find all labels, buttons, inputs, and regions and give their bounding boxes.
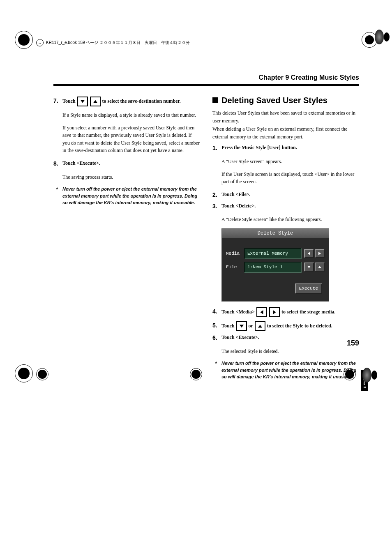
square-bullet-icon (212, 97, 218, 103)
delete-style-screenshot: Delete Style Media External Memory File … (221, 228, 329, 302)
step6-p1: The selected Style is deleted. (221, 348, 359, 355)
step8-lead: Touch <Execute>. (62, 160, 100, 166)
media-prev-button[interactable] (304, 249, 314, 258)
section-heading: Deleting Saved User Styles (212, 94, 359, 107)
step5-lead-a: Touch (221, 323, 236, 329)
chapter-rule (53, 84, 359, 86)
right-column: Deleting Saved User Styles This deletes … (212, 94, 359, 380)
step-4: 4. Touch <Media> to select the strage me… (212, 307, 359, 317)
step5-lead-b: to select the Style to be deleted. (267, 323, 332, 329)
step-5: 5. Touch or to select the Style to be de… (212, 321, 359, 331)
warning-text-right: Never turn off the power or eject the ex… (221, 360, 359, 380)
step2-lead: Touch <File>. (221, 191, 251, 197)
up-arrow-icon (255, 321, 265, 331)
file-field[interactable]: 1:New Style 1 (244, 262, 302, 273)
file-up-button[interactable] (315, 263, 325, 272)
step-6: 6. Touch <Execute>. (212, 334, 359, 343)
step7-p1: If a Style name is displayed, a style is… (62, 111, 200, 119)
step-number: 3. (212, 202, 221, 211)
step-number: 2. (212, 191, 221, 200)
step3-p1: A "Delete Style screen" like the followi… (221, 216, 359, 223)
step-number: 1. (212, 144, 221, 153)
step-3: 3. Touch <Delete>. (212, 202, 359, 211)
down-arrow-icon (236, 321, 247, 331)
step-number: 8. (53, 159, 62, 168)
step7-lead-b: to select the save-destination number. (102, 98, 181, 104)
step-number: 5. (212, 321, 221, 331)
step-1: 1. Press the Music Style [User] button. (212, 144, 359, 153)
step3-lead: Touch <Delete>. (221, 203, 256, 209)
page-number: 159 (347, 339, 359, 348)
step-number: 7. (53, 97, 62, 106)
left-arrow-icon (256, 307, 267, 317)
intro2: When deleting a User Style on an externa… (212, 125, 359, 140)
asterisk-mark: * (56, 186, 62, 206)
screenshot-title: Delete Style (222, 229, 329, 238)
screenshot-media-row: Media External Memory (226, 248, 325, 259)
screenshot-file-row: File 1:New Style 1 (226, 262, 325, 273)
step-8: 8. Touch <Execute>. (53, 159, 200, 168)
warning-text: Never turn off the power or eject the ex… (62, 186, 200, 206)
step-number: 4. (212, 307, 221, 317)
step8-p1: The saving process starts. (62, 173, 200, 181)
media-next-button[interactable] (315, 249, 325, 258)
warning-note-right: * Never turn off the power or eject the … (215, 360, 359, 380)
up-arrow-icon (90, 97, 101, 106)
media-label: Media (226, 250, 244, 257)
file-down-button[interactable] (304, 263, 314, 272)
step4-lead-a: Touch <Media> (221, 309, 256, 315)
step1-lead: Press the Music Style [User] button. (221, 145, 297, 150)
left-column: 7. Touch to select the save-destination … (53, 94, 200, 380)
print-registration-mark (344, 368, 356, 380)
step-number: 6. (212, 334, 221, 343)
print-registration-mark (362, 368, 377, 382)
step6-lead: Touch <Execute>. (221, 334, 259, 340)
warning-note: * Never turn off the power or eject the … (56, 186, 200, 206)
step5-lead-mid: or (249, 323, 254, 329)
print-registration-mark (36, 368, 48, 380)
asterisk-mark: * (215, 360, 221, 380)
chapter-title: Chapter 9 Creating Music Styles (53, 74, 359, 81)
step7-p2: If you select a number with a previously… (62, 124, 200, 154)
step7-lead-a: Touch (62, 98, 77, 104)
down-arrow-icon (77, 97, 88, 106)
print-registration-mark (15, 364, 33, 382)
right-arrow-icon (269, 307, 280, 317)
step-2: 2. Touch <File>. (212, 191, 359, 200)
intro1: This deletes User Styles that have been … (212, 109, 359, 124)
heading-text: Deleting Saved User Styles (221, 96, 327, 105)
step1-p2: If the User Style screen is not displaye… (221, 170, 359, 186)
step4-lead-b: to select the strage media. (281, 309, 336, 315)
print-registration-mark (190, 368, 202, 380)
step1-p1: A "User Style screen" appears. (221, 158, 359, 166)
media-field[interactable]: External Memory (244, 248, 302, 259)
step-7: 7. Touch to select the save-destination … (53, 97, 200, 106)
execute-button[interactable]: Execute (295, 283, 322, 294)
file-label: File (226, 264, 244, 271)
